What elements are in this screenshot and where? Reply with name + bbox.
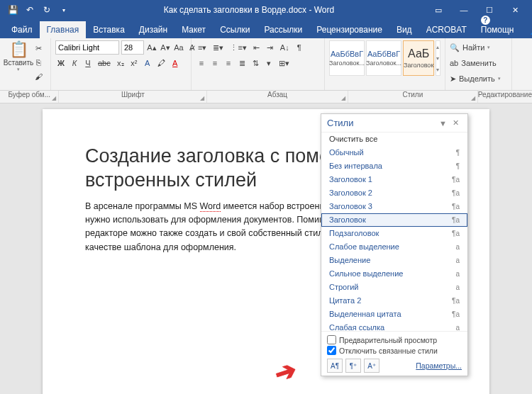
multilevel-icon[interactable]: ⋮≡▾ [228, 41, 248, 54]
style-list-item[interactable]: Слабое выделениеa [321, 240, 467, 254]
pane-dropdown-icon[interactable]: ▼ [436, 119, 450, 128]
style-item-mark: ¶a [452, 188, 460, 198]
style-list-item[interactable]: Выделенная цитата¶a [321, 308, 467, 321]
style-list-item[interactable]: Слабая ссылкаa [321, 321, 467, 331]
clipboard-icon: 📋 [9, 40, 28, 59]
align-left-icon[interactable]: ≡ [196, 57, 207, 69]
style-list-item[interactable]: Выделениеa [321, 254, 467, 267]
manage-styles-button[interactable]: A⁺ [364, 359, 379, 373]
outdent-icon[interactable]: ⇤ [251, 41, 262, 54]
borders-icon[interactable]: ⊞▾ [277, 57, 292, 69]
shading-icon[interactable]: ▾ [263, 57, 275, 69]
save-icon[interactable]: 💾 [4, 1, 21, 18]
disable-linked-checkbox[interactable]: Отключить связанные стили [327, 345, 462, 356]
show-marks-icon[interactable]: ¶ [294, 41, 305, 54]
justify-icon[interactable]: ≣ [236, 57, 248, 69]
replace-icon: ab [450, 59, 458, 67]
style-item-mark: ¶a [452, 201, 460, 212]
numbering-icon[interactable]: ≣▾ [211, 41, 226, 54]
group-editing: 🔍Найти▾ abЗаменить ➤Выделить▾ [445, 38, 512, 90]
font-name-input[interactable] [55, 40, 119, 55]
font-color-icon[interactable]: A [170, 57, 181, 69]
format-painter-icon[interactable]: 🖌 [33, 70, 45, 83]
tab-references[interactable]: Ссылки [213, 21, 257, 38]
style-list-item[interactable]: Сильное выделениеa [321, 267, 467, 281]
indent-icon[interactable]: ⇥ [265, 41, 276, 54]
minimize-icon[interactable]: — [451, 0, 477, 20]
qat-dropdown-icon[interactable]: ▾ [55, 1, 72, 18]
shrink-font-icon[interactable]: A▾ [160, 41, 171, 54]
tab-help[interactable]: Помощн [474, 11, 521, 38]
tab-layout[interactable]: Макет [174, 21, 213, 38]
tab-acrobat[interactable]: ACROBAT [419, 21, 474, 38]
superscript-button[interactable]: x² [128, 57, 140, 69]
style-item-label: Заголовок [329, 215, 366, 225]
paste-button[interactable]: 📋 Вставить ▾ [4, 40, 33, 83]
new-style-button[interactable]: A¶ [327, 359, 343, 373]
style-list-item[interactable]: Заголовок 1¶a [321, 173, 467, 186]
style-list-item[interactable]: Строгийa [321, 281, 467, 294]
style-item-mark: ¶a [452, 296, 460, 306]
sort-icon[interactable]: A↓ [278, 41, 292, 54]
group-styles: АаБбВвГ Заголовок... АаБбВвГ Заголовок..… [325, 38, 445, 90]
group-font: A▴ A▾ Aa A̷ Ж К Ч abc x₂ x² A 🖍 A [51, 38, 192, 90]
cursor-icon: ➤ [450, 74, 456, 84]
clipboard-launcher-icon[interactable]: ◢ [52, 95, 56, 101]
style-list-item[interactable]: Обычный¶ [321, 146, 467, 159]
bullets-icon[interactable]: ≡▾ [196, 41, 209, 54]
style-list-item[interactable]: Без интервала¶ [321, 159, 467, 173]
styles-pane-header[interactable]: Стили ▼ ✕ [321, 114, 467, 133]
strike-button[interactable]: abc [96, 57, 113, 69]
styles-launcher-icon[interactable]: ◢ [471, 95, 475, 101]
ribbon-options-icon[interactable]: ▭ [426, 0, 451, 20]
underline-button[interactable]: Ч [82, 57, 94, 69]
style-list-item[interactable]: Заголовок 3¶a [321, 200, 467, 213]
grow-font-icon[interactable]: A▴ [146, 41, 157, 54]
font-size-input[interactable] [121, 40, 144, 55]
line-spacing-icon[interactable]: ⇅ [250, 57, 261, 69]
subscript-button[interactable]: x₂ [115, 57, 126, 69]
tab-view[interactable]: Вид [389, 21, 419, 38]
preview-checkbox[interactable]: Предварительный просмотр [327, 334, 462, 345]
tab-design[interactable]: Дизайн [132, 21, 174, 38]
select-button[interactable]: ➤Выделить▾ [450, 72, 507, 86]
style-list-item[interactable]: Очистить все [321, 133, 467, 146]
quick-access-toolbar: 💾 ↶ ↻ ▾ [4, 1, 72, 18]
tab-review[interactable]: Рецензирование [309, 21, 389, 38]
change-case-icon[interactable]: Aa [173, 41, 184, 54]
bold-button[interactable]: Ж [55, 57, 67, 69]
find-button[interactable]: 🔍Найти▾ [450, 40, 507, 55]
align-center-icon[interactable]: ≡ [209, 57, 221, 69]
copy-icon[interactable]: ⎘ [33, 56, 45, 69]
style-list-item[interactable]: Заголовок 2¶a [321, 186, 467, 200]
highlight-icon[interactable]: 🖍 [155, 57, 167, 69]
options-link[interactable]: Параметры... [416, 361, 462, 370]
undo-icon[interactable]: ↶ [21, 1, 38, 18]
style-list-item[interactable]: Заголовок¶a [321, 213, 467, 227]
redo-icon[interactable]: ↻ [38, 1, 55, 18]
titlebar: 💾 ↶ ↻ ▾ Как сделать заголовки в Ворде.do… [0, 0, 532, 20]
tab-file[interactable]: Файл [4, 21, 40, 38]
tab-insert[interactable]: Вставка [86, 21, 132, 38]
style-list-item[interactable]: Цитата 2¶a [321, 294, 467, 308]
cut-icon[interactable]: ✂ [33, 42, 45, 55]
italic-button[interactable]: К [69, 57, 80, 69]
replace-button[interactable]: abЗаменить [450, 56, 507, 70]
styles-gallery-more[interactable]: ▴▾▾ [436, 40, 440, 76]
account-icon[interactable]: 👤 [521, 20, 532, 38]
style-gallery-item-1[interactable]: АаБбВвГ Заголовок... [329, 40, 365, 76]
style-item-mark: ¶a [452, 174, 460, 185]
tab-home[interactable]: Главная [40, 21, 87, 38]
text-effects-icon[interactable]: A [142, 57, 153, 69]
style-inspector-button[interactable]: ¶⁺ [345, 359, 361, 373]
style-item-label: Обычный [329, 147, 364, 158]
paragraph-launcher-icon[interactable]: ◢ [341, 95, 345, 101]
tab-mailings[interactable]: Рассылки [257, 21, 309, 38]
style-gallery-item-title[interactable]: АаБ Заголовок [403, 40, 434, 76]
style-item-mark: a [455, 322, 460, 331]
align-right-icon[interactable]: ≡ [223, 57, 234, 69]
font-launcher-icon[interactable]: ◢ [200, 95, 204, 101]
style-list-item[interactable]: Подзаголовок¶a [321, 227, 467, 240]
style-gallery-item-2[interactable]: АаБбВвГ Заголовок... [366, 40, 401, 76]
pane-close-icon[interactable]: ✕ [450, 118, 462, 128]
